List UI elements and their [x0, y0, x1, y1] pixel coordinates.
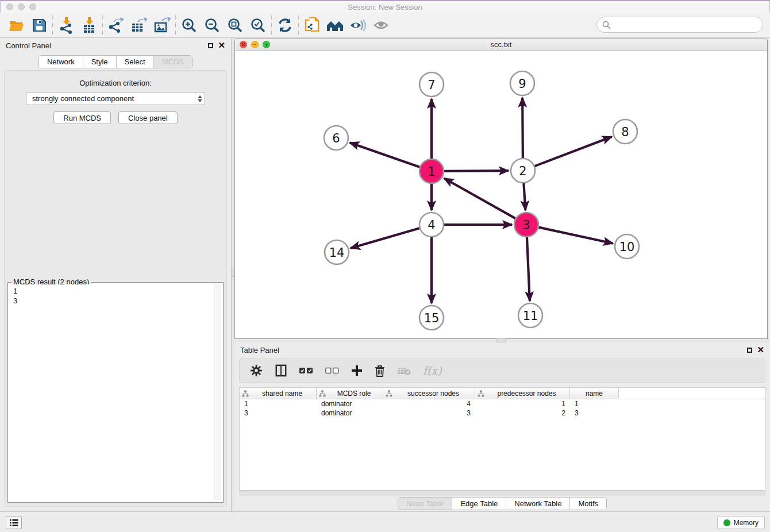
open-file-icon[interactable] — [5, 15, 28, 36]
optimization-criterion-label: Optimization criterion: — [5, 79, 226, 87]
close-panel-button[interactable]: Close panel — [118, 111, 178, 124]
table-cell[interactable]: 3 — [570, 409, 619, 417]
import-table-icon[interactable] — [78, 15, 101, 36]
graph-edge-1-2[interactable] — [444, 171, 509, 171]
add-row-icon[interactable] — [351, 365, 363, 376]
hide-selected-icon[interactable] — [346, 15, 369, 36]
horizontal-splitter-handle[interactable] — [496, 338, 506, 342]
clone-network-icon[interactable] — [301, 15, 324, 36]
column-type-icon — [478, 390, 484, 397]
zoom-fit-icon[interactable] — [224, 15, 247, 36]
mcds-result-group: MCDS result (2 nodes) 1 3 — [7, 282, 224, 503]
control-panel: Control Panel ✕ Network Style Select MCD… — [0, 38, 231, 511]
tab-network[interactable]: Network — [39, 56, 83, 68]
memory-button[interactable]: Memory — [717, 516, 765, 529]
table-cell[interactable]: dominator — [317, 409, 383, 417]
function-builder-icon[interactable]: f(x) — [423, 364, 442, 377]
zoom-in-icon[interactable] — [178, 15, 201, 36]
column-header-shared-name[interactable]: shared name — [240, 388, 317, 399]
column-type-icon — [386, 390, 392, 397]
graph-edge-2-3[interactable] — [523, 183, 525, 210]
toolbar-separator — [52, 16, 53, 35]
table-cell[interactable]: 1 — [475, 400, 570, 408]
task-history-button[interactable] — [6, 516, 22, 529]
float-panel-icon[interactable] — [208, 43, 213, 48]
table-toolbar: f(x) — [239, 358, 765, 383]
apply-layout-icon[interactable] — [274, 15, 297, 36]
list-icon — [9, 519, 18, 527]
session-title: Session: New Session — [1, 3, 769, 11]
search-input[interactable] — [614, 18, 763, 31]
graph-edge-3-11[interactable] — [527, 237, 530, 301]
column-header-successor-nodes[interactable]: successor nodes — [383, 388, 475, 399]
graph-edge-2-8[interactable] — [535, 137, 612, 166]
application-window: Session: New Session — [0, 0, 770, 532]
float-table-panel-icon[interactable] — [747, 348, 752, 353]
graph-node-label: 14 — [329, 246, 345, 260]
column-header-predecessor-nodes[interactable]: predecessor nodes — [475, 388, 570, 399]
tab-style[interactable]: Style — [83, 56, 117, 68]
search-icon — [602, 21, 611, 29]
gear-icon[interactable] — [250, 364, 263, 377]
network-window-title: scc.txt — [235, 40, 767, 49]
graph-edge-3-1[interactable] — [444, 178, 515, 218]
result-scrollbar[interactable] — [214, 284, 221, 500]
table-cell[interactable]: dominator — [317, 400, 383, 408]
graph-node-label: 9 — [518, 77, 526, 91]
column-header-name[interactable]: name — [570, 388, 619, 399]
memory-status-icon — [723, 519, 730, 526]
close-table-panel-icon[interactable]: ✕ — [757, 347, 764, 353]
graph-edge-4-14[interactable] — [351, 228, 419, 248]
network-canvas[interactable]: 1234678910111415 — [235, 51, 767, 338]
save-session-icon[interactable] — [28, 15, 51, 36]
show-all-icon[interactable] — [369, 15, 392, 36]
zoom-selected-icon[interactable] — [247, 15, 270, 36]
first-neighbors-icon[interactable] — [324, 15, 346, 36]
select-all-icon[interactable] — [299, 367, 313, 375]
column-type-icon — [242, 390, 249, 397]
column-header-MCDS-role[interactable]: MCDS role — [317, 388, 383, 399]
export-network-icon[interactable] — [105, 15, 128, 36]
toolbar-separator — [175, 16, 176, 35]
tab-node-table[interactable]: Node Table — [398, 498, 453, 510]
search-box — [596, 17, 763, 33]
network-window-titlebar: ✕ − ＋ scc.txt — [235, 38, 767, 51]
tab-mcds[interactable]: MCDS — [154, 56, 192, 68]
graph-edge-3-10[interactable] — [538, 228, 613, 244]
tab-motifs[interactable]: Motifs — [570, 498, 606, 510]
columns-icon[interactable] — [275, 364, 287, 377]
mcds-result-text: 1 3 — [10, 284, 221, 500]
main-toolbar — [0, 13, 770, 38]
toolbar-separator — [271, 16, 272, 35]
table-row[interactable]: 1dominator411 — [240, 399, 765, 408]
graph-node-label: 1 — [428, 165, 435, 179]
tab-select[interactable]: Select — [117, 56, 154, 68]
graph-edge-1-6[interactable] — [350, 142, 420, 167]
zoom-out-icon[interactable] — [201, 15, 224, 36]
control-panel-title: Control Panel — [6, 41, 51, 50]
export-image-icon[interactable] — [151, 15, 174, 36]
table-cell[interactable]: 3 — [383, 409, 475, 417]
delete-table-icon[interactable] — [397, 366, 411, 376]
table-cell[interactable]: 4 — [383, 400, 475, 408]
import-network-icon[interactable] — [55, 15, 78, 36]
toolbar-separator — [102, 16, 103, 35]
close-panel-icon[interactable]: ✕ — [218, 43, 225, 48]
mcds-panel: Optimization criterion: strongly connect… — [4, 70, 227, 507]
table-cell[interactable]: 1 — [570, 400, 619, 408]
memory-label: Memory — [734, 519, 759, 527]
optimization-criterion-select[interactable]: strongly connected component — [26, 92, 205, 105]
delete-icon[interactable] — [375, 365, 385, 377]
graph-node-label: 3 — [522, 218, 530, 232]
graph-edge-2-9[interactable] — [522, 98, 523, 158]
export-table-icon[interactable] — [128, 15, 151, 36]
tab-edge-table[interactable]: Edge Table — [452, 498, 506, 510]
table-cell[interactable]: 3 — [240, 409, 317, 417]
network-view-window: ✕ − ＋ scc.txt 1234678910111415 — [234, 38, 768, 339]
table-cell[interactable]: 1 — [240, 400, 317, 408]
table-row[interactable]: 3dominator323 — [240, 408, 765, 418]
deselect-all-icon[interactable] — [325, 367, 339, 375]
table-cell[interactable]: 2 — [475, 409, 570, 417]
tab-network-table[interactable]: Network Table — [506, 498, 570, 510]
run-mcds-button[interactable]: Run MCDS — [53, 111, 111, 124]
